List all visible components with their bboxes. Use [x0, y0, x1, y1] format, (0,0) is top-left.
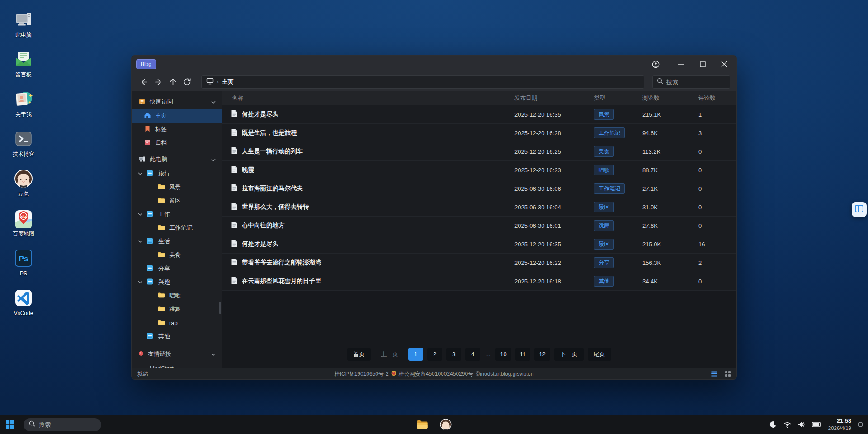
table-row[interactable]: 拉市海丽江的马尔代夫 2025-06-30 16:06 工作笔记 27.1K 0 — [222, 179, 736, 198]
table-row[interactable]: 何处才是尽头 2025-12-20 16:35 景区 215.0K 16 — [222, 235, 736, 254]
window-search-input[interactable] — [666, 79, 726, 85]
sidebar-folder-food[interactable]: 美食 — [132, 248, 222, 262]
chevron-down-icon[interactable] — [211, 156, 216, 163]
chevron-down-icon[interactable] — [137, 172, 143, 175]
table-row[interactable]: 既是生活，也是旅程 2025-12-20 16:28 工作笔记 94.6K 3 — [222, 124, 736, 142]
type-tag[interactable]: 风景 — [594, 109, 614, 120]
type-tag[interactable]: 景区 — [594, 239, 614, 250]
window-titlebar[interactable]: Blog — [132, 56, 736, 73]
window-search-box[interactable] — [652, 75, 730, 89]
sidebar-folder-dancing[interactable]: 跳舞 — [132, 302, 222, 316]
pager-last[interactable]: 尾页 — [588, 348, 611, 361]
start-button[interactable] — [0, 415, 20, 434]
desktop-icon-baidu-maps[interactable]: du 百度地图 — [7, 208, 40, 237]
sidebar-group-quick-access[interactable]: 快速访问 — [132, 94, 222, 109]
table-row[interactable]: 带着爷爷去旅行之邮轮澎湖湾 2025-12-20 16:22 分享 156.3K… — [222, 254, 736, 272]
sidebar-folder-singing[interactable]: 唱歌 — [132, 289, 222, 302]
pager-page-2[interactable]: 2 — [427, 348, 442, 361]
table-row[interactable]: 在云南那些风花雪月的日子里 2025-12-20 16:18 其他 34.4K … — [222, 272, 736, 291]
chevron-down-icon[interactable] — [211, 99, 216, 105]
column-header-comments[interactable]: 评论数 — [691, 94, 736, 102]
back-button[interactable] — [138, 76, 150, 88]
desktop-icon-vscode[interactable]: VsCode — [7, 288, 40, 316]
column-header-date[interactable]: 发布日期 — [514, 94, 590, 102]
column-header-views[interactable]: 浏览数 — [635, 94, 691, 102]
desktop-icon-this-pc[interactable]: 此电脑 — [7, 9, 40, 38]
sidebar-group-friend-links[interactable]: 友情链接 — [132, 347, 222, 361]
taskbar-avatar-button[interactable] — [438, 416, 453, 433]
sidebar-item-tags[interactable]: 标签 — [132, 123, 222, 136]
battery-icon[interactable] — [812, 422, 821, 427]
sidebar-drive-other[interactable]: 其他 — [132, 330, 222, 343]
taskbar-search-box[interactable] — [24, 418, 101, 431]
chevron-down-icon[interactable] — [137, 240, 143, 243]
sidebar-group-this-pc[interactable]: 此电脑 — [132, 152, 222, 167]
account-icon[interactable] — [651, 60, 660, 68]
column-header-type[interactable]: 类型 — [590, 94, 635, 102]
pager-prev[interactable]: 上一页 — [375, 348, 404, 361]
show-desktop-button[interactable] — [858, 422, 863, 427]
sidebar-folder-rap[interactable]: rap — [132, 316, 222, 330]
type-tag[interactable]: 跳舞 — [594, 220, 614, 231]
type-tag[interactable]: 景区 — [594, 202, 614, 212]
grid-view-icon[interactable] — [724, 370, 732, 378]
pager-next[interactable]: 下一页 — [554, 348, 584, 361]
breadcrumb[interactable]: 主页 — [222, 78, 234, 86]
taskbar-file-explorer-button[interactable] — [415, 416, 430, 433]
close-button[interactable] — [720, 60, 728, 68]
pager-page-4[interactable]: 4 — [465, 348, 480, 361]
type-tag[interactable]: 分享 — [594, 257, 614, 268]
police-text[interactable]: 桂公网安备45010002450290号 — [399, 370, 473, 378]
table-row[interactable]: 晚霞 2025-12-20 16:23 唱歌 88.7K 0 — [222, 161, 736, 179]
side-panel-toggle-button[interactable] — [852, 202, 867, 217]
table-row[interactable]: 何处才是尽头 2025-12-20 16:35 风景 215.1K 1 — [222, 105, 736, 124]
pager-page-3[interactable]: 3 — [446, 348, 461, 361]
column-header-name[interactable]: 名称 — [222, 94, 514, 102]
volume-icon[interactable] — [798, 421, 805, 428]
chevron-down-icon[interactable] — [137, 280, 143, 284]
sidebar-drive-travel[interactable]: 旅行 — [132, 167, 222, 180]
sidebar-link-modstart[interactable]: ModStart — [132, 361, 222, 368]
sidebar-scrollbar-thumb[interactable] — [219, 302, 221, 314]
desktop-icon-photoshop[interactable]: Ps PS — [7, 248, 40, 277]
sidebar-item-archive[interactable]: 归档 — [132, 136, 222, 150]
taskbar-clock[interactable]: 21:58 2026/4/19 — [828, 417, 851, 431]
refresh-button[interactable] — [181, 76, 193, 88]
chevron-down-icon[interactable] — [137, 212, 143, 216]
desktop-icon-message-board[interactable]: 留言板 — [7, 49, 40, 78]
list-view-icon[interactable] — [710, 370, 718, 378]
sidebar-folder-scenery[interactable]: 风景 — [132, 180, 222, 194]
type-tag[interactable]: 唱歌 — [594, 165, 614, 175]
table-row[interactable]: 人生是一辆行动的列车 2025-12-20 16:25 美食 113.2K 0 — [222, 142, 736, 161]
taskbar-search-input[interactable] — [39, 421, 96, 428]
table-row[interactable]: 世界那么大，值得去转转 2025-06-30 16:04 景区 31.0K 0 — [222, 198, 736, 217]
pager-page-11[interactable]: 11 — [515, 348, 531, 361]
type-tag[interactable]: 其他 — [594, 276, 614, 287]
sidebar-drive-interest[interactable]: 兴趣 — [132, 275, 222, 289]
sidebar-drive-share[interactable]: 分享 — [132, 262, 222, 275]
maximize-button[interactable] — [698, 60, 707, 68]
up-button[interactable] — [167, 76, 179, 88]
sidebar-drive-life[interactable]: 生活 — [132, 235, 222, 248]
wifi-icon[interactable] — [783, 422, 791, 428]
desktop-icon-doubao[interactable]: 豆包 — [7, 168, 40, 197]
icp-text[interactable]: 桂ICP备19010650号-2 — [335, 370, 389, 378]
chevron-down-icon[interactable] — [211, 351, 216, 358]
sidebar-folder-scenic-area[interactable]: 景区 — [132, 194, 222, 208]
sidebar-drive-work[interactable]: 工作 — [132, 208, 222, 221]
sidebar-folder-work-notes[interactable]: 工作笔记 — [132, 221, 222, 235]
night-mode-icon[interactable] — [769, 421, 777, 428]
window-tab-blog[interactable]: Blog — [136, 59, 156, 69]
forward-button[interactable] — [152, 76, 164, 88]
type-tag[interactable]: 工作笔记 — [594, 183, 625, 194]
pager-page-10[interactable]: 10 — [495, 348, 511, 361]
desktop-icon-about-me[interactable]: 关于我 — [7, 89, 40, 118]
table-row[interactable]: 心中向往的地方 2025-06-30 16:01 跳舞 27.6K 0 — [222, 217, 736, 235]
address-bar[interactable]: › 主页 — [201, 75, 644, 89]
minimize-button[interactable] — [677, 60, 685, 68]
pager-page-1[interactable]: 1 — [408, 348, 423, 361]
desktop-icon-tech-blog[interactable]: 技术博客 — [7, 128, 40, 157]
pager-page-12[interactable]: 12 — [534, 348, 550, 361]
sidebar-item-home[interactable]: 主页 — [132, 109, 222, 123]
pager-first[interactable]: 首页 — [347, 348, 371, 361]
